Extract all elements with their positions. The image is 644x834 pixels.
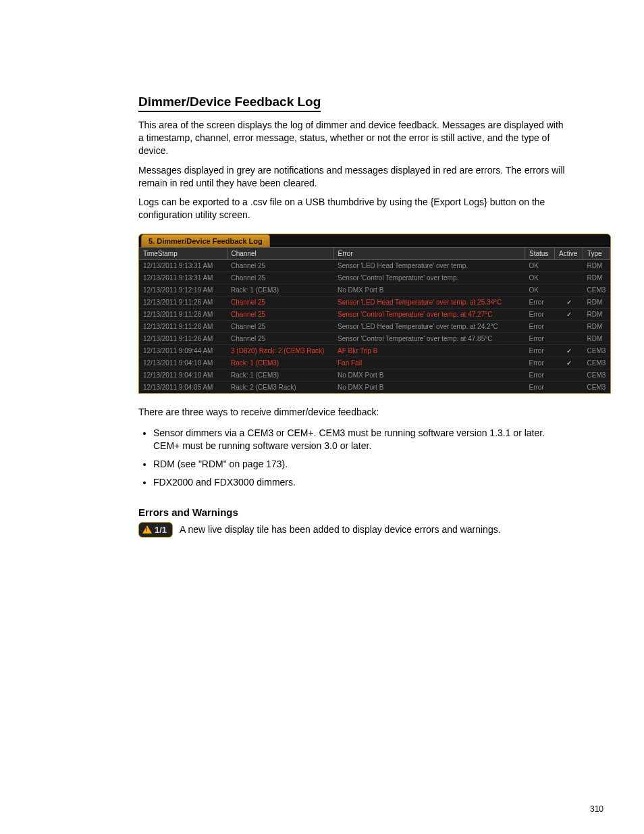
col-status[interactable]: Status bbox=[525, 248, 555, 260]
cell-channel: Rack: 1 (CEM3) bbox=[227, 284, 333, 296]
cell-channel: Channel 25 bbox=[227, 309, 333, 321]
cell-channel: Channel 25 bbox=[227, 272, 333, 284]
errors-warnings-heading: Errors and Warnings bbox=[138, 506, 603, 518]
warning-icon bbox=[142, 525, 152, 533]
col-timestamp[interactable]: TimeStamp bbox=[139, 248, 227, 260]
cell-timestamp: 12/13/2011 9:04:05 AM bbox=[139, 382, 227, 394]
table-row[interactable]: 12/13/2011 9:11:26 AMChannel 25Sensor 'C… bbox=[139, 333, 610, 345]
feedback-methods-list: Sensor dimmers via a CEM3 or CEM+. CEM3 … bbox=[138, 427, 570, 489]
cell-timestamp: 12/13/2011 9:13:31 AM bbox=[139, 260, 227, 272]
cell-timestamp: 12/13/2011 9:11:26 AM bbox=[139, 309, 227, 321]
cell-error: No DMX Port B bbox=[333, 369, 525, 382]
check-icon: ✓ bbox=[566, 347, 572, 355]
cell-active bbox=[555, 382, 583, 394]
cell-active bbox=[555, 272, 583, 284]
col-active[interactable]: Active bbox=[555, 248, 583, 260]
cell-channel: Rack: 1 (CEM3) bbox=[227, 357, 333, 369]
log-table: TimeStamp Channel Error Status Active Ty… bbox=[139, 247, 610, 393]
col-channel[interactable]: Channel bbox=[227, 248, 333, 260]
warning-count: 1/1 bbox=[155, 525, 167, 535]
cell-timestamp: 12/13/2011 9:11:26 AM bbox=[139, 333, 227, 345]
cell-active bbox=[555, 284, 583, 296]
intro-para-2: Messages displayed in grey are notificat… bbox=[138, 164, 570, 190]
cell-channel: Channel 25 bbox=[227, 333, 333, 345]
warning-row: 1/1 A new live display tile has been add… bbox=[138, 522, 603, 538]
cell-active: ✓ bbox=[555, 357, 583, 369]
cell-type: CEM3 bbox=[583, 284, 610, 296]
cell-channel: Channel 25 bbox=[227, 260, 333, 272]
cell-error: Fan Fail bbox=[333, 357, 525, 369]
cell-channel: Channel 25 bbox=[227, 321, 333, 333]
cell-type: RDM bbox=[583, 296, 610, 309]
cell-status: Error bbox=[525, 333, 555, 345]
cell-timestamp: 12/13/2011 9:04:10 AM bbox=[139, 369, 227, 382]
warning-badge[interactable]: 1/1 bbox=[138, 522, 173, 538]
table-row[interactable]: 12/13/2011 9:12:19 AMRack: 1 (CEM3)No DM… bbox=[139, 284, 610, 296]
cell-status: Error bbox=[525, 357, 555, 369]
table-row[interactable]: 12/13/2011 9:11:26 AMChannel 25Sensor 'L… bbox=[139, 321, 610, 333]
table-row[interactable]: 12/13/2011 9:13:31 AMChannel 25Sensor 'C… bbox=[139, 272, 610, 284]
cell-channel: Rack: 2 (CEM3 Rack) bbox=[227, 382, 333, 394]
cell-status: OK bbox=[525, 272, 555, 284]
table-row[interactable]: 12/13/2011 9:13:31 AMChannel 25Sensor 'L… bbox=[139, 260, 610, 272]
cell-error: Sensor 'Control Temperature' over temp. … bbox=[333, 333, 525, 345]
check-icon: ✓ bbox=[566, 311, 572, 318]
intro-para-1: This area of the screen displays the log… bbox=[138, 119, 570, 157]
bullet-2: RDM (see "RDM" on page 173). bbox=[153, 458, 570, 471]
cell-type: RDM bbox=[583, 272, 610, 284]
cell-error: No DMX Port B bbox=[333, 284, 525, 296]
bullet-3: FDX2000 and FDX3000 dimmers. bbox=[153, 476, 570, 489]
check-icon: ✓ bbox=[566, 298, 572, 306]
panel-tab[interactable]: 5. Dimmer/Device Feedback Log bbox=[141, 234, 270, 247]
cell-type: RDM bbox=[583, 260, 610, 272]
cell-active: ✓ bbox=[555, 296, 583, 309]
after-figure-text: There are three ways to receive dimmer/d… bbox=[138, 406, 570, 419]
cell-error: AF Bkr Trip B bbox=[333, 345, 525, 357]
log-panel: 5. Dimmer/Device Feedback Log TimeStamp … bbox=[138, 234, 611, 394]
table-row[interactable]: 12/13/2011 9:04:05 AMRack: 2 (CEM3 Rack)… bbox=[139, 382, 610, 394]
log-header-row: TimeStamp Channel Error Status Active Ty… bbox=[139, 248, 610, 260]
cell-channel: 3 (D820) Rack: 2 (CEM3 Rack) bbox=[227, 345, 333, 357]
cell-error: Sensor 'Control Temperature' over temp. bbox=[333, 272, 525, 284]
col-error[interactable]: Error bbox=[333, 248, 525, 260]
table-row[interactable]: 12/13/2011 9:04:10 AMRack: 1 (CEM3)Fan F… bbox=[139, 357, 610, 369]
cell-active: ✓ bbox=[555, 345, 583, 357]
cell-channel: Rack: 1 (CEM3) bbox=[227, 369, 333, 382]
cell-type: CEM3 bbox=[583, 357, 610, 369]
intro-text-block: This area of the screen displays the log… bbox=[138, 119, 570, 221]
cell-active bbox=[555, 321, 583, 333]
bullet-1: Sensor dimmers via a CEM3 or CEM+. CEM3 … bbox=[153, 427, 570, 452]
cell-error: Sensor 'Control Temperature' over temp. … bbox=[333, 309, 525, 321]
cell-timestamp: 12/13/2011 9:11:26 AM bbox=[139, 321, 227, 333]
warning-description: A new live display tile has been added t… bbox=[180, 524, 501, 535]
cell-timestamp: 12/13/2011 9:09:44 AM bbox=[139, 345, 227, 357]
cell-type: RDM bbox=[583, 309, 610, 321]
cell-active bbox=[555, 333, 583, 345]
log-panel-figure: 5. Dimmer/Device Feedback Log TimeStamp … bbox=[138, 234, 611, 394]
table-row[interactable]: 12/13/2011 9:04:10 AMRack: 1 (CEM3)No DM… bbox=[139, 369, 610, 382]
cell-timestamp: 12/13/2011 9:11:26 AM bbox=[139, 296, 227, 309]
cell-timestamp: 12/13/2011 9:12:19 AM bbox=[139, 284, 227, 296]
cell-error: Sensor 'LED Head Temperature' over temp. bbox=[333, 260, 525, 272]
cell-status: Error bbox=[525, 369, 555, 382]
check-icon: ✓ bbox=[566, 359, 572, 367]
page-number: 310 bbox=[590, 804, 603, 814]
cell-active bbox=[555, 260, 583, 272]
cell-error: No DMX Port B bbox=[333, 382, 525, 394]
table-row[interactable]: 12/13/2011 9:11:26 AMChannel 25Sensor 'L… bbox=[139, 296, 610, 309]
cell-status: Error bbox=[525, 296, 555, 309]
table-row[interactable]: 12/13/2011 9:09:44 AM3 (D820) Rack: 2 (C… bbox=[139, 345, 610, 357]
cell-status: Error bbox=[525, 382, 555, 394]
cell-type: RDM bbox=[583, 321, 610, 333]
cell-active: ✓ bbox=[555, 309, 583, 321]
cell-active bbox=[555, 369, 583, 382]
cell-status: Error bbox=[525, 321, 555, 333]
col-type[interactable]: Type bbox=[583, 248, 610, 260]
intro-para-3: Logs can be exported to a .csv file on a… bbox=[138, 196, 570, 221]
table-row[interactable]: 12/13/2011 9:11:26 AMChannel 25Sensor 'C… bbox=[139, 309, 610, 321]
cell-status: Error bbox=[525, 345, 555, 357]
cell-channel: Channel 25 bbox=[227, 296, 333, 309]
cell-type: CEM3 bbox=[583, 345, 610, 357]
cell-type: CEM3 bbox=[583, 382, 610, 394]
cell-error: Sensor 'LED Head Temperature' over temp.… bbox=[333, 296, 525, 309]
